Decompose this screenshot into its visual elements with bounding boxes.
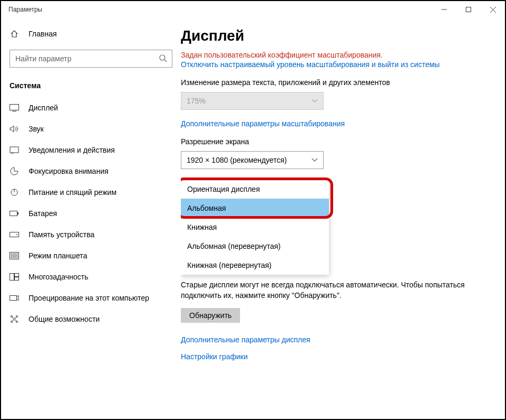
focus-icon — [10, 167, 19, 175]
nav-display[interactable]: Дисплей — [1, 97, 181, 118]
nav-label: Многозадачность — [29, 273, 88, 281]
orientation-dropdown: Ориентация дисплея Альбомная Книжная Аль… — [181, 181, 329, 275]
resolution-label: Разрешение экрана — [181, 137, 489, 146]
nav-power[interactable]: Питание и спящий режим — [1, 182, 181, 203]
detect-button[interactable]: Обнаружить — [181, 308, 240, 323]
svg-rect-22 — [15, 277, 19, 281]
advanced-scale-link[interactable]: Дополнительные параметры масштабирования — [181, 119, 489, 128]
svg-rect-15 — [10, 253, 19, 259]
nav-label: Батарея — [29, 209, 57, 218]
minimize-button[interactable] — [432, 1, 456, 18]
svg-rect-17 — [15, 254, 17, 255]
svg-rect-18 — [11, 256, 14, 258]
svg-rect-19 — [15, 256, 17, 258]
home-icon — [10, 30, 19, 38]
svg-rect-16 — [11, 254, 14, 255]
nav-label: Дисплей — [29, 104, 58, 112]
advanced-display-link[interactable]: Дополнительные параметры дисплея — [181, 335, 489, 344]
nav-label: Проецирование на этот компьютер — [29, 294, 149, 302]
project-icon — [10, 294, 19, 302]
svg-rect-23 — [10, 296, 17, 301]
orientation-option-portrait[interactable]: Книжная — [181, 218, 329, 237]
resolution-value: 1920 × 1080 (рекомендуется) — [187, 156, 287, 164]
svg-line-29 — [12, 317, 13, 318]
nav-label: Память устройства — [29, 230, 95, 239]
orientation-label: Ориентация дисплея — [181, 181, 329, 199]
storage-icon — [10, 232, 19, 237]
display-icon — [10, 104, 19, 111]
window-controls — [432, 1, 505, 18]
chevron-down-icon — [311, 158, 318, 162]
svg-rect-12 — [17, 212, 19, 214]
search-input[interactable] — [10, 50, 172, 68]
category-label: Система — [1, 77, 181, 97]
nav-label: Режим планшета — [29, 251, 87, 260]
scale-warning: Задан пользовательский коэффициент масшт… — [181, 51, 489, 59]
power-icon — [10, 188, 19, 197]
nav-label: Питание и спящий режим — [29, 188, 116, 197]
titlebar: Параметры — [1, 1, 505, 18]
svg-rect-6 — [10, 105, 19, 110]
notification-icon — [10, 146, 19, 154]
scale-value: 175% — [187, 97, 206, 105]
graphics-settings-link[interactable]: Настройки графики — [181, 352, 489, 361]
svg-rect-11 — [10, 211, 17, 216]
nav-label: Звук — [29, 125, 44, 133]
svg-line-30 — [15, 317, 16, 318]
window-title: Параметры — [8, 6, 42, 13]
resolution-select[interactable]: 1920 × 1080 (рекомендуется) — [181, 151, 324, 169]
maximize-button[interactable] — [456, 1, 481, 18]
nav-focus[interactable]: Фокусировка внимания — [1, 161, 181, 182]
sidebar: Главная Система Дисплей Звук Уведомления… — [1, 18, 181, 419]
nav-label: Фокусировка внимания — [29, 167, 108, 175]
page-title: Дисплей — [181, 27, 489, 44]
home-nav[interactable]: Главная — [1, 25, 181, 42]
svg-rect-21 — [15, 274, 19, 277]
svg-point-14 — [16, 234, 17, 235]
svg-line-31 — [12, 320, 13, 321]
orientation-option-landscape-flipped[interactable]: Альбомная (перевернутая) — [181, 237, 329, 256]
nav-notifications[interactable]: Уведомления и действия — [1, 139, 181, 161]
nav-multitask[interactable]: Многозадачность — [1, 266, 181, 287]
orientation-option-portrait-flipped[interactable]: Книжная (перевернутая) — [181, 256, 329, 275]
nav-tablet[interactable]: Режим планшета — [1, 245, 181, 266]
sound-icon — [10, 125, 19, 133]
svg-rect-1 — [466, 7, 471, 12]
search-icon — [159, 54, 167, 62]
close-button[interactable] — [481, 1, 505, 18]
svg-rect-8 — [10, 147, 19, 153]
svg-line-32 — [15, 320, 16, 321]
shared-icon — [10, 315, 19, 323]
svg-rect-20 — [10, 274, 14, 281]
scale-select[interactable]: 175% — [181, 92, 324, 110]
svg-point-4 — [160, 55, 165, 60]
nav-label: Общие возможности — [29, 315, 100, 323]
svg-line-5 — [164, 60, 167, 62]
main-content: Дисплей Задан пользовательский коэффицие… — [181, 18, 505, 419]
orientation-option-landscape[interactable]: Альбомная — [181, 199, 329, 218]
svg-point-24 — [13, 318, 15, 320]
nav-storage[interactable]: Память устройства — [1, 224, 181, 245]
disable-scale-link[interactable]: Отключить настраиваемый уровень масштаби… — [181, 60, 456, 69]
detect-description: Старые дисплеи могут не всегда подключат… — [181, 280, 467, 301]
battery-icon — [10, 210, 19, 217]
nav-label: Уведомления и действия — [29, 146, 115, 154]
scale-section-label: Изменение размера текста, приложений и д… — [181, 78, 489, 87]
nav-project[interactable]: Проецирование на этот компьютер — [1, 287, 181, 309]
nav-battery[interactable]: Батарея — [1, 203, 181, 224]
multitask-icon — [10, 273, 19, 281]
chevron-down-icon — [311, 99, 318, 103]
search-box[interactable] — [10, 50, 172, 68]
home-label: Главная — [29, 30, 57, 38]
nav-sound[interactable]: Звук — [1, 118, 181, 139]
tablet-icon — [10, 252, 19, 259]
nav-shared[interactable]: Общие возможности — [1, 309, 181, 330]
